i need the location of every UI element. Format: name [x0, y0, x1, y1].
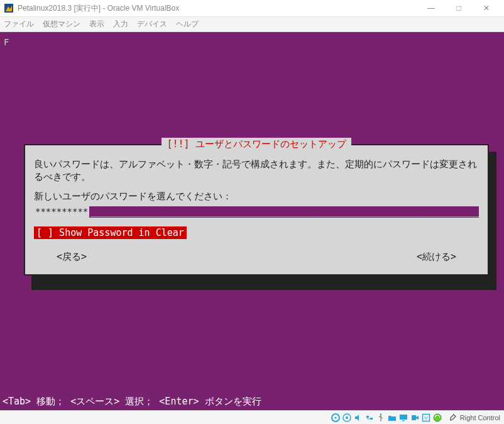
menubar: ファイル 仮想マシン 表示 入力 デバイス ヘルプ [0, 17, 504, 32]
menu-input[interactable]: 入力 [113, 19, 128, 30]
vm-top-marker: F [4, 37, 9, 47]
show-password-checkbox[interactable]: [ ] Show Password in Clear [34, 226, 187, 239]
dialog-title-text: ユーザとパスワードのセットアップ [195, 138, 346, 150]
status-icons: V [331, 413, 442, 422]
recording-icon[interactable] [410, 413, 420, 422]
password-field-fill: ________________________________________… [89, 206, 479, 218]
dialog-body-text: 良いパスワードは、アルファベット・数字・記号で構成されます。また、定期的にパスワ… [34, 158, 479, 184]
window-titlebar: Petalinux2018.3 [実行中] - Oracle VM Virtua… [0, 0, 504, 17]
vm-hint-bar: <Tab> 移動； <スペース> 選択； <Enter> ボタンを実行 [3, 396, 261, 408]
audio-icon[interactable] [354, 413, 363, 422]
svg-text:V: V [425, 415, 429, 421]
menu-help[interactable]: ヘルプ [176, 19, 199, 30]
vm-display[interactable]: F [!!] ユーザとパスワードのセットアップ 良いパスワードは、アルファベット… [0, 32, 504, 410]
minimize-button[interactable]: — [417, 0, 445, 17]
menu-devices[interactable]: デバイス [137, 19, 167, 30]
password-prompt: 新しいユーザのパスワードを選んでください： [34, 190, 479, 203]
shared-folder-icon[interactable] [388, 413, 397, 422]
app-icon [4, 3, 14, 13]
usb-icon[interactable] [376, 413, 386, 422]
hdd-icon[interactable] [331, 413, 341, 422]
svg-point-4 [346, 416, 348, 419]
host-key-indicator[interactable]: Right Control [449, 413, 500, 422]
window-title: Petalinux2018.3 [実行中] - Oracle VM Virtua… [18, 3, 179, 14]
menu-view[interactable]: 表示 [89, 19, 104, 30]
virtualization-icon[interactable]: V [422, 413, 431, 422]
dialog-nav-row: <戻る> <続ける> [31, 250, 481, 263]
password-input[interactable]: ********** _____________________________… [34, 206, 479, 218]
dialog-title-wrap: [!!] ユーザとパスワードのセットアップ [25, 138, 488, 150]
maximize-button[interactable]: □ [445, 0, 473, 17]
close-button[interactable]: ✕ [473, 0, 500, 17]
svg-rect-5 [366, 416, 369, 418]
display-icon[interactable] [399, 413, 408, 422]
svg-rect-8 [400, 415, 407, 420]
window-controls: — □ ✕ [417, 0, 500, 17]
svg-rect-10 [412, 415, 416, 420]
network-icon[interactable] [365, 413, 375, 422]
svg-point-2 [335, 416, 337, 418]
continue-button[interactable]: <続ける> [417, 250, 456, 263]
installer-dialog: [!!] ユーザとパスワードのセットアップ 良いパスワードは、アルファベット・数… [24, 144, 489, 276]
svg-rect-9 [402, 420, 405, 421]
optical-icon[interactable] [342, 413, 352, 422]
host-key-label: Right Control [460, 414, 500, 421]
menu-machine[interactable]: 仮想マシン [43, 19, 80, 30]
dialog-title-prefix: [!!] [167, 138, 195, 150]
password-masked-value: ********** [34, 206, 89, 218]
host-key-icon [449, 413, 458, 422]
menu-file[interactable]: ファイル [4, 19, 34, 30]
host-statusbar: V Right Control [0, 410, 504, 424]
svg-point-7 [380, 413, 381, 415]
dialog-title: [!!] ユーザとパスワードのセットアップ [162, 138, 351, 150]
back-button[interactable]: <戻る> [57, 250, 87, 263]
guest-additions-icon[interactable] [433, 413, 442, 422]
